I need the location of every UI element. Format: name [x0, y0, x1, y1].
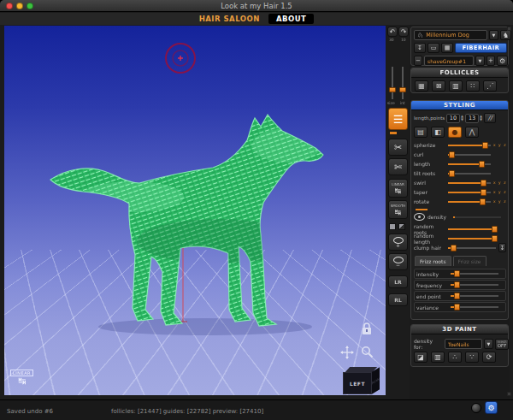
scissors-random-tool-button[interactable]: ✄	[388, 158, 408, 175]
figure-select-icon[interactable]: ♞	[500, 30, 511, 40]
slider-handle[interactable]	[480, 198, 486, 205]
brush-strength-handle[interactable]	[399, 87, 406, 92]
shave-group-dropdown[interactable]: shaveGroup#1	[424, 56, 474, 66]
panel-splitter-bottom[interactable]	[507, 392, 511, 396]
comb-tool-button[interactable]: ☰	[388, 108, 408, 130]
slider-track[interactable]	[448, 228, 496, 230]
slider-handle[interactable]	[454, 281, 460, 288]
slider-handle[interactable]	[492, 226, 498, 233]
brush-size-slider[interactable]	[392, 67, 393, 99]
slider-handle[interactable]	[482, 142, 488, 149]
save-button[interactable]: ▦	[441, 43, 453, 53]
mirror-lr-button[interactable]: LR	[388, 275, 408, 288]
clump-hair-slider-row[interactable]: clump hair↧	[412, 243, 508, 252]
group-dropdown-arrow[interactable]: ▼	[475, 56, 485, 66]
end-point-slider-row[interactable]: end point	[414, 291, 506, 301]
density-slider-row[interactable]: density	[412, 212, 508, 222]
slider-track[interactable]	[448, 192, 491, 193]
slider-handle[interactable]	[481, 189, 486, 196]
smooth-mode-button[interactable]: SMOOTH ↹	[388, 200, 408, 219]
settings-gear-button[interactable]: ⚙	[485, 401, 498, 414]
paint-roller-icon[interactable]: ▥	[431, 352, 445, 363]
magnifier-icon[interactable]	[361, 346, 374, 358]
cross-mode-icon[interactable]: ⋀	[465, 127, 479, 138]
fiberhair-button[interactable]: FIBERHAIR	[455, 43, 507, 53]
slider-handle[interactable]	[454, 304, 460, 311]
brush-strength-slider[interactable]	[402, 67, 404, 99]
density-visibility-icon[interactable]	[414, 213, 425, 221]
swirl-slider-row[interactable]: swirlx y z	[412, 178, 508, 187]
follicle-delete-icon[interactable]: ⊠	[432, 80, 445, 92]
slider-handle[interactable]	[479, 161, 485, 168]
slider-track[interactable]	[451, 295, 498, 297]
export-button[interactable]: ↧	[414, 43, 426, 53]
taper-slider-row[interactable]: taperx y z	[412, 187, 508, 197]
paint-bucket-icon[interactable]: ◪	[414, 352, 428, 363]
paw-outline-icon[interactable]: ∵	[465, 352, 479, 363]
add-group-button[interactable]: +	[486, 56, 495, 66]
group-settings-button[interactable]: ⚙	[497, 56, 508, 66]
display-shaded-icon[interactable]	[398, 223, 405, 230]
preview-sphere-button[interactable]	[471, 403, 481, 413]
remove-group-button[interactable]: −	[414, 56, 422, 66]
slider-handle[interactable]	[481, 180, 486, 186]
follicle-grid-icon[interactable]: ▦	[415, 80, 428, 92]
paint-target-dropdown[interactable]: ToeNails	[445, 339, 482, 349]
slider-track[interactable]	[448, 182, 491, 184]
slider-track[interactable]	[448, 163, 491, 165]
paint-refresh-icon[interactable]: ⟳	[482, 352, 496, 363]
slider-track[interactable]	[448, 145, 491, 146]
length-stepper[interactable]: 10 ▲▼	[446, 114, 463, 123]
figure-dropdown[interactable]: ♘ Millennium Dog	[414, 30, 487, 40]
clump-options-button[interactable]: ↧	[498, 243, 506, 252]
lasso-add-button[interactable]: +	[388, 234, 408, 251]
slider-handle[interactable]	[449, 170, 455, 177]
comb-mode-icon[interactable]: ▤	[414, 127, 428, 138]
navigation-cube[interactable]: LEFT FRONT	[343, 367, 386, 395]
paw-icon[interactable]: ∴	[448, 352, 462, 363]
cube-front-face[interactable]: LEFT	[343, 372, 372, 394]
lasso-subtract-button[interactable]: −	[388, 253, 408, 270]
intensity-slider-row[interactable]: intensity	[414, 269, 506, 279]
spherize-slider-row[interactable]: spherizex y z	[412, 140, 508, 150]
linear-mode-button[interactable]: LINEAR ↹	[388, 179, 408, 198]
slider-handle[interactable]	[454, 270, 460, 277]
slider-track[interactable]	[448, 154, 491, 156]
curl-slider-row[interactable]: curl	[412, 150, 508, 159]
follicle-fill-icon[interactable]: ▥	[449, 80, 463, 92]
slider-handle[interactable]	[449, 151, 455, 158]
frequency-slider-row[interactable]: frequency	[414, 280, 506, 290]
viewport-3d[interactable]: LINEAR ↹ LEFT FRONT	[4, 26, 386, 395]
hair-strands-icon[interactable]: ∕∕	[484, 113, 496, 123]
panel-splitter-top[interactable]	[507, 27, 511, 31]
scissors-tool-button[interactable]: ✂	[388, 139, 408, 156]
mirror-rl-button[interactable]: RL	[388, 293, 408, 306]
redo-button[interactable]: ↷	[398, 27, 409, 37]
brush-size-handle[interactable]	[389, 87, 396, 92]
variance-slider-row[interactable]: variance	[414, 302, 506, 312]
slider-track[interactable]	[451, 273, 498, 275]
ball-mode-icon[interactable]: ●	[448, 127, 462, 138]
follicle-spread-icon[interactable]: ⋰	[483, 80, 497, 92]
slider-track[interactable]	[448, 247, 496, 249]
halftone-mode-icon[interactable]: ◧	[431, 127, 445, 138]
random-length-slider-row[interactable]: random length	[412, 234, 508, 243]
slider-track[interactable]	[451, 284, 498, 286]
figure-dropdown-arrow[interactable]: ▼	[489, 30, 498, 40]
slider-handle[interactable]	[492, 235, 498, 242]
lock-icon[interactable]	[361, 322, 373, 335]
slider-track[interactable]	[448, 201, 491, 203]
undo-button[interactable]: ↶	[387, 27, 398, 37]
tab-hair-saloon[interactable]: HAIR SALOON	[199, 15, 260, 23]
display-plain-icon[interactable]	[389, 223, 396, 230]
rotate-slider-row[interactable]: rotatex y z	[412, 197, 508, 206]
slider-handle[interactable]	[451, 245, 457, 251]
cube-side-face[interactable]: FRONT	[372, 367, 380, 394]
mesh-off-button[interactable]: mesh OFF	[495, 339, 509, 350]
load-button[interactable]: ▭	[428, 43, 439, 53]
follicle-link-icon[interactable]: ∷	[466, 80, 480, 92]
length-slider-row[interactable]: length	[412, 159, 508, 169]
tilt-roots-slider-row[interactable]: tilt roots	[412, 169, 508, 178]
slider-track[interactable]	[448, 173, 491, 175]
points-stepper[interactable]: 13 ▲▼	[465, 114, 482, 123]
